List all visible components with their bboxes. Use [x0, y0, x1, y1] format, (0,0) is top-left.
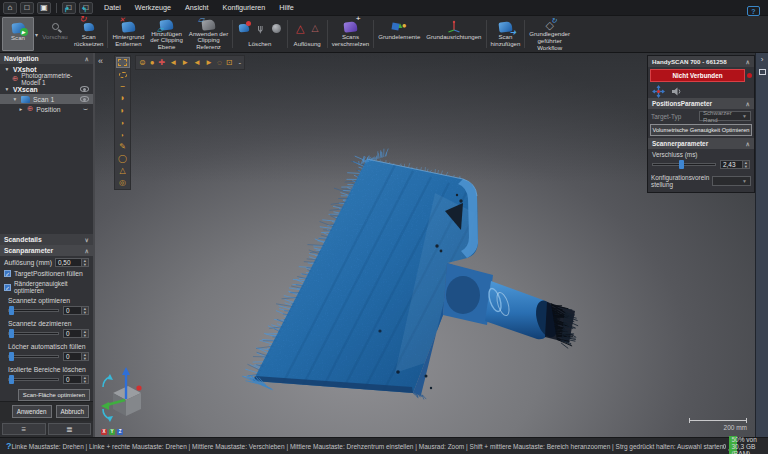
expander-icon[interactable]: ▾	[4, 66, 10, 72]
spinner-arrows-icon[interactable]: ▲▼	[82, 329, 89, 338]
scan-hinzufuegen-button[interactable]: ➜ Scan hinzufügen	[488, 17, 524, 51]
save-session-icon[interactable]: □↰	[79, 2, 93, 14]
expander-icon[interactable]: ▸	[18, 106, 24, 112]
triangle-icon[interactable]: △	[116, 165, 130, 176]
scan-button[interactable]: ▶ Scan	[2, 17, 34, 51]
scanner-panel-header[interactable]: HandySCAN 700 - 661258 ∧	[648, 56, 754, 67]
aufloesung-value[interactable]: 0,50	[55, 258, 82, 267]
positionsparameter-header[interactable]: PositionsParameter ∧	[648, 98, 754, 109]
lasso-icon[interactable]	[116, 69, 130, 80]
spinner-arrows-icon[interactable]: ▲▼	[743, 160, 750, 169]
menu-konfigurieren[interactable]: Konfigurieren	[223, 3, 266, 12]
toolbar-collapse-chevron-icon[interactable]: «	[98, 56, 103, 66]
clipping-ebene-button[interactable]: ▱ Hinzufügen der Clipping Ebene	[147, 17, 186, 51]
loecher-fuellen-slider[interactable]	[8, 355, 59, 358]
resolution-triangle-small-icon[interactable]: △	[311, 24, 318, 33]
halfdisc-icon[interactable]: ◗	[116, 105, 130, 116]
loecher-fuellen-value[interactable]: 0	[63, 352, 82, 361]
spinner-arrows-icon[interactable]: ▲▼	[82, 375, 89, 384]
targetpositionen-checkbox[interactable]: ✓	[4, 270, 11, 277]
dotted-circle-icon[interactable]: ◌	[217, 59, 222, 67]
rect-select-icon[interactable]	[116, 57, 130, 68]
isolierte-bereiche-value[interactable]: 0	[63, 375, 82, 384]
delete-sphere-icon[interactable]	[272, 24, 281, 33]
navigation-header[interactable]: Navigation ∧	[0, 53, 93, 64]
expander-icon[interactable]: ▾	[4, 86, 10, 92]
abbruch-button[interactable]: Abbruch	[56, 405, 89, 418]
grundelemente-button[interactable]: ▲ ● Grundelemente	[375, 17, 423, 51]
spinner-arrows-icon[interactable]: ▲▼	[82, 258, 89, 267]
halfdisc-icon[interactable]: ◗	[116, 93, 130, 104]
pencil-icon[interactable]: ✎	[116, 141, 130, 152]
tab-list-view[interactable]: ≣	[48, 423, 92, 435]
flip-left-icon[interactable]: ◄	[193, 59, 201, 67]
tab-tree-view[interactable]: ≡	[2, 423, 46, 435]
rotate-right-icon[interactable]: ►	[181, 59, 189, 67]
box-icon[interactable]: ▣	[37, 2, 51, 14]
circle-brush-icon[interactable]: ●	[150, 59, 155, 67]
spinner-arrows-icon[interactable]: ▲▼	[82, 306, 89, 315]
scannetz-optimieren-spinner[interactable]: 0 ▲▼	[63, 306, 89, 315]
clipping-referenz-button[interactable]: ▱ Anwenden der Clipping Referenz	[186, 17, 231, 51]
anwenden-button[interactable]: Anwenden	[12, 405, 52, 418]
scan-flaeche-optimieren-button[interactable]: Scan-Fläche optimieren	[18, 389, 90, 401]
more-icon[interactable]: -	[238, 58, 241, 67]
flip-right-icon[interactable]: ►	[205, 59, 213, 67]
tree-item-position[interactable]: ▸ ⊕ Position ⌣	[0, 104, 93, 114]
isolierte-bereiche-spinner[interactable]: 0 ▲▼	[63, 375, 89, 384]
menu-datei[interactable]: Datei	[104, 3, 121, 12]
scannetz-optimieren-value[interactable]: 0	[63, 306, 82, 315]
ellipse-select-icon[interactable]: ⊜	[139, 59, 146, 67]
orientation-cube[interactable]	[101, 367, 142, 422]
expand-panel-icon[interactable]: ›	[761, 56, 764, 64]
scannetz-optimieren-slider[interactable]	[8, 309, 59, 312]
grundausrichtungen-button[interactable]: Grundausrichtungen	[423, 17, 484, 51]
spinner-arrows-icon[interactable]: ▲▼	[82, 352, 89, 361]
viewport-3d[interactable]: « ~ ◗ ◗ ◗ ◗ ✎ ◯ △ ◎ ⊜ ● ✚ ◄ ► ◄ ► ◌ ⊡ -	[95, 53, 755, 437]
menu-hilfe[interactable]: Hilfe	[279, 3, 293, 12]
vorschau-button[interactable]: Vorschau	[39, 17, 71, 51]
targeting-move-icon[interactable]	[652, 85, 665, 98]
resolution-triangle-icon[interactable]: △	[296, 23, 304, 34]
verschluss-spinner[interactable]: 2,43 ▲▼	[720, 160, 750, 169]
freecurve-icon[interactable]: ~	[116, 81, 130, 92]
raendergenauigkeit-checkbox[interactable]: ✓	[4, 284, 11, 291]
zoom-magnifier-icon[interactable]	[723, 444, 726, 449]
open-session-icon[interactable]: □↱	[62, 2, 76, 14]
speaker-icon[interactable]	[671, 86, 682, 97]
scanparameter-header[interactable]: Scanparameter ∧	[0, 245, 93, 256]
nicht-verbunden-button[interactable]: Nicht Verbunden	[650, 69, 745, 82]
circle-icon[interactable]: ◯	[116, 153, 130, 164]
help-feedback-icon[interactable]: ?	[747, 6, 760, 16]
target-typ-dropdown[interactable]: Schwarzer Rand ▼	[699, 111, 751, 121]
volumetric-accuracy-button[interactable]: Volumetrische Genauigkeit Optimieren	[650, 124, 752, 136]
delete-branch-icon[interactable]: ⋔	[256, 24, 264, 34]
drop-icon[interactable]: ◎	[116, 177, 130, 188]
scannetz-dezimieren-slider[interactable]	[8, 332, 59, 335]
new-session-icon[interactable]: □	[20, 2, 34, 14]
visibility-eye-icon[interactable]	[80, 86, 89, 92]
hintergrund-entfernen-button[interactable]: ✕ Hintergrund Entfernen	[109, 17, 147, 51]
halfdisc-icon[interactable]: ◗	[116, 117, 130, 128]
menu-ansicht[interactable]: Ansicht	[185, 3, 209, 12]
workflow-button[interactable]: ◇↻ Grundlegender geführter Workflow	[526, 17, 573, 51]
delete-brush-icon[interactable]	[239, 24, 249, 33]
verschluss-value[interactable]: 2,43	[720, 160, 743, 169]
scan-ruecksetzen-button[interactable]: ↻ Scan rücksetzen	[71, 17, 106, 51]
scannerparameter-header[interactable]: Scannerparameter ∧	[648, 138, 754, 149]
restore-panel-icon[interactable]	[759, 69, 766, 75]
home-icon[interactable]: ⌂	[3, 2, 17, 14]
move-cross-icon[interactable]: ✚	[159, 59, 166, 67]
aufloesung-spinner[interactable]: 0,50 ▲▼	[55, 258, 89, 267]
expander-icon[interactable]: ▾	[12, 96, 18, 102]
halfdisc-icon[interactable]: ◗	[116, 129, 130, 140]
isolierte-bereiche-slider[interactable]	[8, 378, 59, 381]
menu-werkzeuge[interactable]: Werkzeuge	[135, 3, 171, 12]
scannetz-dezimieren-spinner[interactable]: 0 ▲▼	[63, 329, 89, 338]
loecher-fuellen-spinner[interactable]: 0 ▲▼	[63, 352, 89, 361]
scandetails-header[interactable]: Scandetails ∨	[0, 234, 93, 245]
rotate-left-icon[interactable]: ◄	[169, 59, 177, 67]
verschluss-slider[interactable]	[652, 163, 716, 166]
visibility-eye-icon[interactable]	[80, 96, 89, 102]
scans-verschmelzen-button[interactable]: + Scans verschmelzen	[329, 17, 373, 51]
